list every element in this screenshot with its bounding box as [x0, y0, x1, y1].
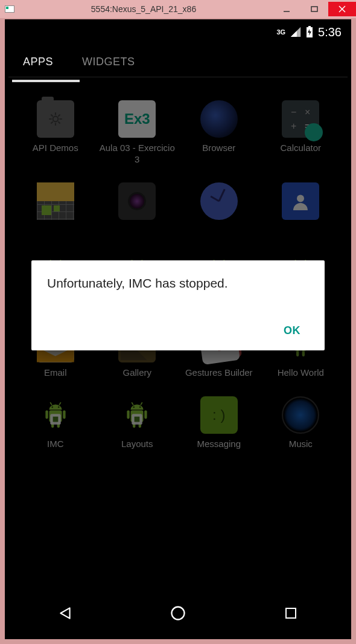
svg-rect-1: [311, 7, 317, 11]
dialog-ok-button[interactable]: OK: [275, 318, 309, 343]
minimize-button[interactable]: [273, 2, 300, 16]
emulator-frame: 3G 5:36 APPS WIDGETS API DemosEx3Aula 03…: [5, 19, 351, 639]
window-title: 5554:Nexus_5_API_21_x86: [14, 4, 273, 14]
crash-dialog: Unfortunately, IMC has stopped. OK: [31, 260, 325, 350]
device-screen: 3G 5:36 APPS WIDGETS API DemosEx3Aula 03…: [8, 23, 348, 636]
window-titlebar: 5554:Nexus_5_API_21_x86: [0, 0, 356, 18]
emulator-app-icon: [5, 5, 14, 13]
dialog-message: Unfortunately, IMC has stopped.: [47, 276, 309, 291]
close-button[interactable]: [328, 2, 356, 16]
maximize-button[interactable]: [300, 2, 328, 16]
dialog-scrim[interactable]: Unfortunately, IMC has stopped. OK: [8, 23, 348, 636]
